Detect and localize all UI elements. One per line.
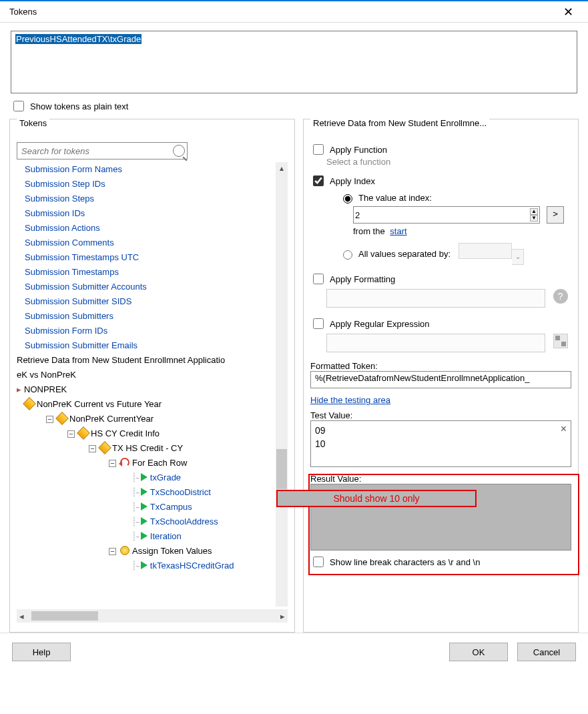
tree-item[interactable]: ┊···TxSchoolAddress	[17, 514, 272, 529]
tree-item[interactable]: −HS CY Credit Info	[17, 426, 272, 441]
window-title: Tokens	[9, 7, 37, 17]
tree-item[interactable]: ┊···Iteration	[17, 529, 272, 544]
start-link[interactable]: start	[390, 226, 406, 236]
apply-regex-label: Apply Regular Expression	[330, 319, 430, 329]
annotation-callout: Should show 10 only	[276, 490, 477, 507]
scroll-thumb[interactable]	[276, 449, 287, 489]
collapse-icon[interactable]: −	[109, 548, 116, 555]
retrieve-group-title: Retrieve Data from New Student Enrollmne…	[310, 118, 489, 128]
token-tree[interactable]: Submission Form NamesSubmission Step IDs…	[17, 162, 288, 623]
tree-item[interactable]: ┊···TxCampus	[17, 500, 272, 514]
loop-icon	[120, 458, 129, 467]
token-icon	[141, 502, 148, 510]
apply-regex-checkbox[interactable]	[313, 318, 324, 329]
index-spinner[interactable]: 2 ▲ ▼	[353, 206, 540, 224]
token-link[interactable]: Submission Timestamps UTC	[17, 250, 272, 265]
apply-index-checkbox[interactable]	[313, 175, 324, 186]
spin-down-icon[interactable]: ▼	[530, 215, 538, 222]
separator-dropdown-icon[interactable]: ⌄	[512, 249, 524, 265]
test-value-field[interactable]: 09 10 ×	[310, 420, 571, 467]
token-link[interactable]: Submission Actions	[17, 221, 272, 236]
tree-item[interactable]: ┊···tkTexasHSCreditGrad	[17, 559, 272, 573]
scroll-right-icon[interactable]: ▸	[280, 611, 285, 621]
token-icon	[141, 561, 148, 569]
regex-input[interactable]	[326, 334, 545, 352]
index-more-button[interactable]: >	[547, 206, 564, 224]
tree-item[interactable]: −Assign Token Values	[17, 544, 272, 559]
scroll-up-icon[interactable]: ▴	[276, 162, 288, 174]
hide-testing-link[interactable]: Hide the testing area	[310, 395, 390, 405]
tree-item[interactable]: −TX HS Credit - CY	[17, 441, 272, 456]
clear-icon[interactable]: ×	[561, 422, 567, 436]
token-link[interactable]: Submission IDs	[17, 206, 272, 221]
formatting-input[interactable]	[326, 289, 545, 308]
token-link[interactable]: Submission Steps	[17, 192, 272, 206]
tokens-group-title: Tokens	[17, 118, 49, 128]
group-icon	[77, 426, 90, 440]
group-icon	[55, 412, 69, 425]
tree-item[interactable]: ┊···txGrade	[17, 470, 272, 485]
help-icon[interactable]: ?	[553, 289, 568, 304]
search-icon[interactable]	[173, 145, 185, 157]
token-link[interactable]: Submission Submitter Accounts	[17, 280, 272, 294]
search-input[interactable]	[17, 142, 188, 159]
token-path-editor[interactable]: PreviousHSAttendedTX\txGrade	[11, 31, 577, 93]
token-link[interactable]: Submission Submitter Emails	[17, 338, 272, 353]
token-link[interactable]: Submission Submitter SIDS	[17, 294, 272, 309]
apply-formatting-label: Apply Formatting	[330, 274, 395, 284]
token-link[interactable]: Submission Form Names	[17, 162, 272, 177]
token-link[interactable]: Submission Submitters	[17, 309, 272, 324]
separator-input[interactable]	[459, 243, 512, 259]
token-link[interactable]: Submission Form IDs	[17, 324, 272, 338]
formatted-token-field[interactable]: %(RetrieveDatafromNewStudentEnrollmnetAp…	[310, 371, 571, 388]
horizontal-scrollbar[interactable]: ◂ ▸	[17, 609, 288, 623]
token-link[interactable]: Submission Timestamps	[17, 265, 272, 280]
apply-function-label: Apply Function	[330, 145, 387, 155]
all-values-radio[interactable]	[343, 250, 352, 260]
vertical-scrollbar[interactable]: ▴	[276, 162, 288, 607]
value-at-index-label: The value at index:	[358, 193, 432, 203]
tree-item[interactable]: ┊···TxSchooDistrict	[17, 485, 272, 500]
tree-item[interactable]: −For Each Row	[17, 456, 272, 470]
tree-item[interactable]: ▸NONPREK	[17, 382, 272, 397]
collapse-icon[interactable]: −	[67, 430, 75, 438]
value-at-index-radio[interactable]	[343, 194, 352, 204]
group-icon	[98, 441, 111, 454]
show-plain-checkbox[interactable]	[13, 101, 24, 111]
ok-button[interactable]: OK	[449, 643, 508, 661]
scroll-left-icon[interactable]: ◂	[19, 611, 24, 621]
token-icon	[141, 532, 148, 540]
apply-function-checkbox[interactable]	[313, 144, 324, 155]
assign-icon	[120, 546, 129, 555]
close-icon[interactable]: ✕	[558, 3, 579, 21]
collapse-icon[interactable]: −	[46, 416, 53, 423]
group-icon	[23, 397, 36, 410]
show-linebreak-checkbox[interactable]	[313, 557, 324, 567]
result-value-label: Result Value:	[310, 474, 571, 484]
help-button[interactable]: Help	[12, 643, 71, 661]
spin-up-icon[interactable]: ▲	[530, 208, 538, 215]
show-linebreak-label: Show line break characters as \r and \n	[330, 557, 480, 567]
tree-item[interactable]: −NonPreK CurrentYear	[17, 412, 272, 426]
token-link[interactable]: Submission Comments	[17, 236, 272, 250]
tree-item[interactable]: Retrieve Data from New Student Enrollmne…	[17, 353, 272, 368]
tree-item[interactable]: eK vs NonPreK	[17, 368, 272, 382]
collapse-icon[interactable]: −	[89, 445, 96, 452]
test-value-label: Test Value:	[310, 410, 571, 420]
formatted-token-label: Formatted Token:	[310, 361, 571, 371]
show-plain-label: Show tokens as plain text	[30, 101, 128, 111]
result-value-field: Should show 10 only	[310, 484, 571, 551]
select-function-hint: Select a function	[326, 157, 571, 167]
apply-formatting-checkbox[interactable]	[313, 274, 324, 284]
index-value: 2	[355, 210, 360, 220]
hscroll-thumb[interactable]	[31, 611, 98, 621]
test-value-line2: 10	[315, 437, 567, 450]
collapse-icon[interactable]: −	[109, 460, 116, 467]
cancel-button[interactable]: Cancel	[517, 643, 576, 661]
token-path-text: PreviousHSAttendedTX\txGrade	[15, 34, 141, 44]
tree-item[interactable]: NonPreK Current vs Future Year	[17, 397, 272, 412]
regex-builder-icon[interactable]	[553, 334, 568, 348]
token-icon	[141, 517, 148, 525]
token-link[interactable]: Submission Step IDs	[17, 177, 272, 192]
apply-index-label: Apply Index	[330, 176, 375, 186]
